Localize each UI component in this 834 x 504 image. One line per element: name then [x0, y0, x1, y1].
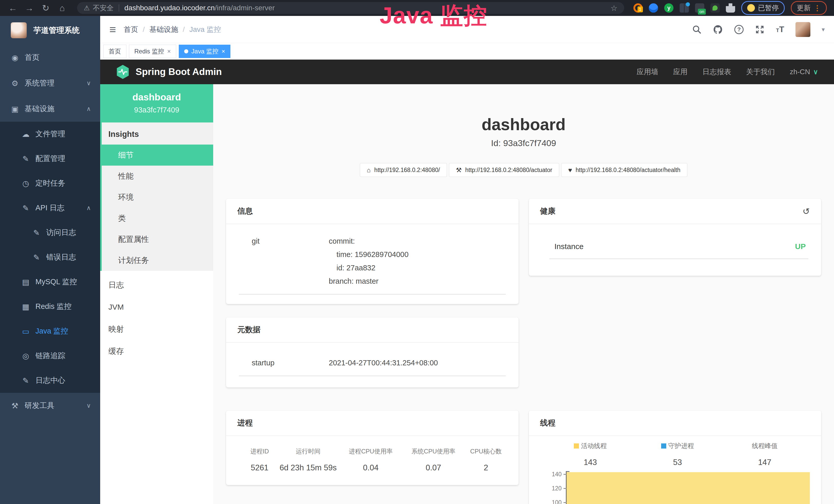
extension-icon-switch[interactable]: on	[695, 3, 704, 13]
service-url-button[interactable]: ⌂ http://192.168.0.2:48080/	[360, 163, 447, 177]
bookmark-star-icon[interactable]: ☆	[611, 4, 617, 13]
process-table: 进程ID 运行时间 进程CPU使用率 系统CPU使用率 CPU核心数 5261 …	[226, 436, 519, 473]
system-cpu-value: 0.07	[403, 463, 464, 473]
row-underline	[239, 375, 506, 376]
url-domain[interactable]: dashboard.yudao.iocoder.cn	[124, 4, 215, 12]
tag-redis-monitor[interactable]: Redis 监控 ×	[129, 45, 176, 58]
sidebar-item-error-log[interactable]: ✎ 错误日志	[0, 245, 100, 270]
font-size-icon[interactable]: TT	[776, 25, 784, 34]
hamburger-icon[interactable]: ≡	[109, 23, 116, 36]
browser-home-icon[interactable]: ⌂	[57, 3, 68, 13]
process-table-headers: 进程ID 运行时间 进程CPU使用率 系统CPU使用率 CPU核心数	[241, 447, 508, 456]
browser-reload-icon[interactable]: ↻	[40, 3, 51, 13]
sba-item-metrics[interactable]: 性能	[102, 166, 213, 187]
sidebar-item-label: Java 监控	[36, 326, 68, 336]
page-title: dashboard	[226, 115, 821, 134]
sba-logo-icon	[116, 65, 129, 79]
sba-nav-applications[interactable]: 应用	[673, 67, 687, 77]
sidebar-item-system[interactable]: ⚙ 系统管理 ∨	[0, 70, 100, 96]
extension-icon-grid[interactable]	[680, 3, 689, 13]
sidebar-item-label: 错误日志	[46, 252, 76, 262]
chrome-menu-kebab-icon[interactable]: ⋮	[814, 4, 821, 12]
sidebar-item-api-log[interactable]: ✎ API 日志 ∧	[0, 196, 100, 220]
caret-down-icon[interactable]: ▾	[822, 26, 825, 33]
sidebar-item-config-management[interactable]: ✎ 配置管理	[0, 146, 100, 171]
history-icon[interactable]: ↺	[803, 206, 810, 216]
sidebar-item-home[interactable]: ◉ 首页	[0, 45, 100, 70]
browser-forward-icon[interactable]: →	[24, 3, 35, 13]
sidebar-item-log-center[interactable]: ✎ 日志中心	[0, 368, 100, 393]
sba-item-classes[interactable]: 类	[102, 208, 213, 229]
sba-nav: 应用墙 应用 日志报表 关于我们 zh-CN ∨	[637, 67, 818, 77]
profile-paused-chip[interactable]: 已暂停	[741, 1, 785, 15]
chevron-down-icon: ∨	[813, 68, 818, 76]
sba-brand-title[interactable]: Spring Boot Admin	[136, 67, 222, 77]
sidebar-item-dev-tools[interactable]: ⚒ 研发工具 ∨	[0, 393, 100, 418]
sidebar-item-label: 链路追踪	[36, 351, 65, 361]
tag-java-monitor[interactable]: Java 监控 ×	[179, 45, 231, 58]
fullscreen-icon[interactable]	[755, 25, 765, 35]
sba-root-items: 日志 JVM 映射 缓存	[100, 271, 213, 362]
health-url: http://192.168.0.2:48080/actuator/health	[576, 167, 680, 174]
sba-nav-wallboard[interactable]: 应用墙	[637, 67, 658, 77]
sidebar-item-infrastructure[interactable]: ▣ 基础设施 ∧	[0, 96, 100, 122]
instance-links: ⌂ http://192.168.0.2:48080/ ⚒ http://192…	[226, 163, 821, 177]
legend-daemon-threads[interactable]: 守护进程	[634, 442, 721, 450]
sba-locale-select[interactable]: zh-CN ∨	[790, 68, 818, 76]
not-secure-label[interactable]: 不安全	[93, 3, 113, 13]
sidebar-item-tracing[interactable]: ◎ 链路追踪	[0, 344, 100, 368]
search-icon[interactable]	[692, 25, 701, 34]
y-tick-label: 120	[552, 485, 562, 492]
sba-item-environment[interactable]: 环境	[102, 187, 213, 208]
url-path[interactable]: /infra/admin-server	[215, 4, 275, 12]
extension-icon-orange[interactable]: 1	[633, 3, 643, 13]
sba-item-mappings[interactable]: 映射	[100, 318, 213, 340]
sba-content: dashboard Id: 93a3fc7f7409 ⌂ http://192.…	[213, 84, 834, 504]
sba-nav-journal[interactable]: 日志报表	[702, 67, 731, 77]
sidebar-item-scheduled-jobs[interactable]: ◷ 定时任务	[0, 171, 100, 196]
sidebar-item-java-monitor[interactable]: ▭ Java 监控	[0, 319, 100, 344]
sba-item-config-props[interactable]: 配置属性	[102, 229, 213, 250]
help-icon[interactable]: ?	[734, 25, 744, 34]
sba-item-details[interactable]: 细节	[102, 144, 213, 166]
health-instance-row[interactable]: Instance UP	[529, 224, 821, 251]
chrome-update-button[interactable]: 更新 ⋮	[791, 1, 827, 15]
legend-peak-threads[interactable]: 线程峰值	[721, 442, 809, 450]
sidebar-item-access-log[interactable]: ✎ 访问日志	[0, 220, 100, 245]
sidebar-item-mysql-monitor[interactable]: ▤ MySQL 监控	[0, 270, 100, 294]
browser-url-bar[interactable]: ⚠ 不安全 dashboard.yudao.iocoder.cn /infra/…	[77, 2, 624, 14]
threads-legend: 活动线程 守护进程 线程峰值	[529, 436, 821, 450]
github-icon[interactable]	[713, 24, 723, 35]
app-logo-row[interactable]: 芋道管理系统	[0, 16, 100, 45]
sidebar-item-redis-monitor[interactable]: ▦ Redis 监控	[0, 294, 100, 319]
sidebar-item-file-management[interactable]: ☁ 文件管理	[0, 122, 100, 146]
browser-back-icon[interactable]: ←	[7, 3, 19, 13]
extension-icon-pin[interactable]	[649, 3, 658, 13]
extensions-puzzle-icon[interactable]	[726, 3, 735, 13]
extension-icon-leaf[interactable]	[710, 3, 720, 13]
sba-nav-about[interactable]: 关于我们	[746, 67, 775, 77]
sba-item-logs[interactable]: 日志	[100, 274, 213, 296]
close-icon[interactable]: ×	[221, 48, 225, 55]
sba-item-jvm[interactable]: JVM	[100, 296, 213, 318]
instance-id: 93a3fc7f7409	[103, 106, 211, 114]
actuator-url-button[interactable]: ⚒ http://192.168.0.2:48080/actuator	[449, 163, 559, 177]
close-icon[interactable]: ×	[167, 48, 171, 55]
app-shell: 芋道管理系统 ◉ 首页 ⚙ 系统管理 ∨ ▣ 基础设施 ∧ ☁ 文件管理	[0, 16, 834, 504]
sba-body: dashboard 93a3fc7f7409 Insights 细节 性能 环境…	[100, 84, 834, 504]
breadcrumb-infrastructure[interactable]: 基础设施	[149, 25, 178, 35]
tag-home[interactable]: 首页	[103, 45, 126, 58]
legend-live-threads[interactable]: 活动线程	[547, 442, 634, 450]
breadcrumb-home[interactable]: 首页	[124, 25, 138, 35]
git-branch-line: branch: master	[329, 274, 506, 288]
sba-instance-header[interactable]: dashboard 93a3fc7f7409	[100, 84, 213, 122]
user-avatar[interactable]	[795, 22, 810, 37]
extension-icon-y[interactable]: y	[664, 3, 674, 13]
health-url-button[interactable]: ♥ http://192.168.0.2:48080/actuator/heal…	[561, 163, 687, 177]
sba-item-caches[interactable]: 缓存	[100, 340, 213, 362]
metadata-card: 元数据 startup 2021-04-27T00:44:31.254+08:0…	[226, 317, 519, 387]
sba-item-scheduled-tasks[interactable]: 计划任务	[102, 250, 213, 271]
main-column: ≡ 首页 / 基础设施 / Java 监控 ? TT ▾ 首页	[100, 16, 834, 504]
y-tick-mark	[564, 502, 567, 503]
wrench-icon: ⚒	[456, 166, 462, 174]
